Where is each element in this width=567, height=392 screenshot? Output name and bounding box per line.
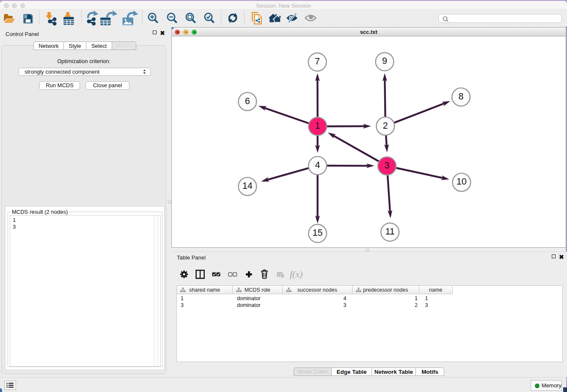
svg-text:11: 11: [385, 226, 394, 237]
svg-text:14: 14: [242, 181, 253, 191]
svg-text:2: 2: [383, 121, 388, 131]
svg-text:f(x): f(x): [290, 269, 303, 279]
svg-text:9: 9: [382, 56, 387, 66]
svg-text:10: 10: [457, 177, 467, 187]
svg-text:6: 6: [245, 96, 250, 106]
svg-text:7: 7: [315, 56, 320, 66]
svg-text:4: 4: [315, 160, 320, 170]
svg-text:8: 8: [459, 91, 464, 102]
svg-text:3: 3: [385, 160, 390, 171]
svg-text:1: 1: [315, 121, 320, 131]
svg-text:15: 15: [313, 228, 323, 238]
